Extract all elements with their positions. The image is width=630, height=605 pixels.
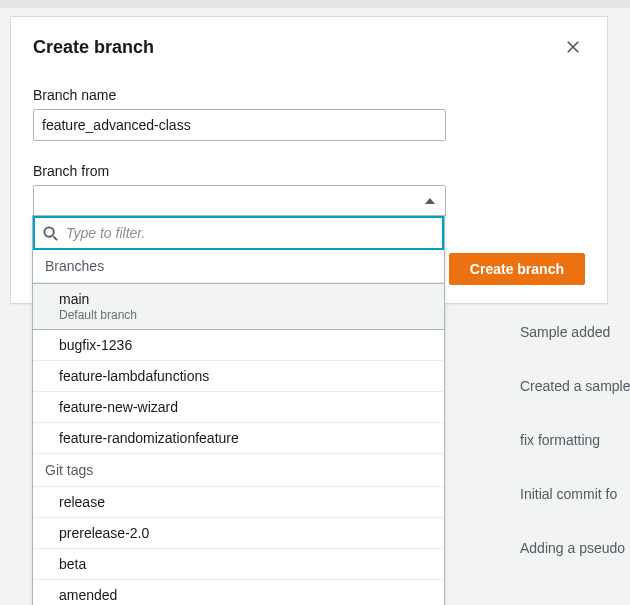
dropdown-section-header: Git tags [33, 454, 444, 487]
dropdown-section-header: Branches [33, 250, 444, 283]
dropdown-option[interactable]: feature-randomizationfeature [33, 423, 444, 454]
branch-name-group: Branch name [33, 87, 585, 141]
dropdown-option[interactable]: bugfix-1236 [33, 330, 444, 361]
branch-from-dropdown: BranchesmainDefault branchbugfix-1236fea… [32, 215, 445, 605]
close-button[interactable] [561, 35, 585, 59]
svg-point-2 [44, 227, 53, 236]
filter-input[interactable] [66, 218, 434, 248]
option-name: feature-lambdafunctions [59, 368, 432, 384]
option-name: amended [59, 587, 432, 603]
filter-box [33, 216, 444, 250]
option-name: feature-new-wizard [59, 399, 432, 415]
background-commit-list: Sample addedCreated a samplefix formatti… [520, 305, 630, 575]
dropdown-option[interactable]: feature-lambdafunctions [33, 361, 444, 392]
branch-from-select[interactable] [33, 185, 446, 217]
top-toolbar-strip [0, 0, 630, 8]
commit-message: fix formatting [520, 413, 630, 467]
dropdown-option[interactable]: release [33, 487, 444, 518]
option-name: prerelease-2.0 [59, 525, 432, 541]
close-icon [566, 40, 580, 54]
dropdown-option[interactable]: prerelease-2.0 [33, 518, 444, 549]
search-icon [43, 226, 58, 241]
modal-header: Create branch [11, 17, 607, 67]
option-name: main [59, 291, 432, 307]
commit-message: Initial commit fo [520, 467, 630, 521]
dropdown-option[interactable]: mainDefault branch [33, 283, 444, 330]
svg-line-3 [53, 236, 57, 240]
option-name: release [59, 494, 432, 510]
branch-name-input[interactable] [33, 109, 446, 141]
commit-message: Created a sample [520, 359, 630, 413]
commit-message: Adding a pseudo [520, 521, 630, 575]
caret-up-icon [425, 198, 435, 204]
branch-name-label: Branch name [33, 87, 585, 103]
dropdown-option[interactable]: beta [33, 549, 444, 580]
option-name: bugfix-1236 [59, 337, 432, 353]
branch-from-group: Branch from [33, 163, 585, 217]
filter-wrap [33, 216, 444, 250]
modal-title: Create branch [33, 37, 154, 58]
option-name: beta [59, 556, 432, 572]
dropdown-option[interactable]: amended [33, 580, 444, 605]
commit-message: Sample added [520, 305, 630, 359]
option-subtext: Default branch [59, 308, 432, 322]
branch-from-label: Branch from [33, 163, 585, 179]
dropdown-option[interactable]: feature-new-wizard [33, 392, 444, 423]
option-name: feature-randomizationfeature [59, 430, 432, 446]
create-branch-button[interactable]: Create branch [449, 253, 585, 285]
